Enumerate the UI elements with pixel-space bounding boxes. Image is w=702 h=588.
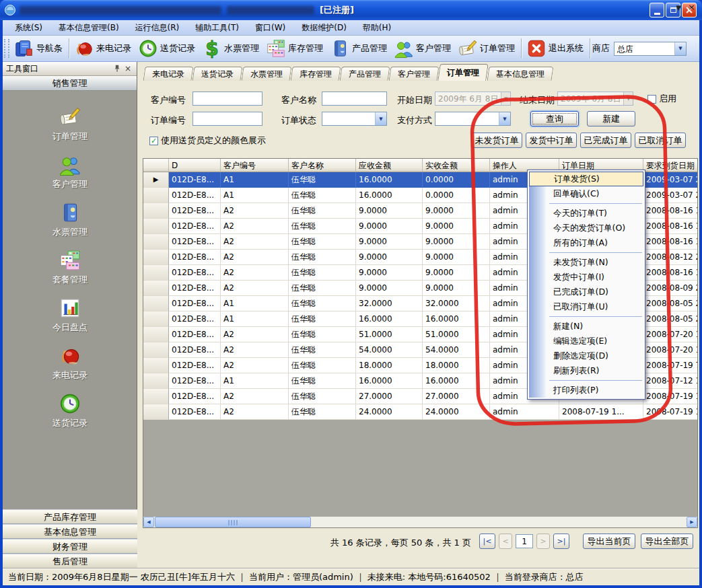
context-menu-item[interactable] — [529, 201, 643, 206]
tab-close-icon[interactable]: × — [688, 2, 695, 12]
context-menu-item[interactable]: 编辑选定项(E) — [529, 334, 643, 348]
toolbar-button[interactable]: 库存管理 — [263, 37, 327, 60]
toolbar-button[interactable]: 水票管理 — [199, 37, 263, 60]
row-selector-cell[interactable] — [143, 250, 169, 265]
table-cell[interactable]: 9.0000 — [423, 234, 490, 250]
toolbar-button[interactable]: 来电记录 — [71, 37, 135, 60]
table-cell[interactable]: 9.0000 — [356, 203, 423, 219]
table-header-cell[interactable]: 客户编号 — [221, 159, 289, 172]
order-status-filter-button[interactable]: 发货中订单 — [526, 133, 577, 148]
row-selector-cell[interactable]: ▶ — [143, 172, 169, 188]
table-cell[interactable]: 9.0000 — [356, 219, 423, 234]
row-selector-cell[interactable] — [143, 327, 169, 342]
context-menu-item[interactable]: 未发货订单(N) — [529, 255, 643, 270]
order-status-filter-button[interactable]: 已取消订单 — [635, 133, 686, 148]
menu-bar-item[interactable]: 数据维护(D) — [295, 21, 353, 35]
table-cell[interactable]: 24.0000 — [356, 404, 423, 420]
tab[interactable]: 订单管理 — [437, 64, 489, 81]
row-selector-cell[interactable] — [143, 203, 169, 219]
table-cell[interactable]: 012D-E8... — [169, 342, 221, 358]
table-cell[interactable]: 18.0000 — [423, 358, 490, 373]
table-cell[interactable]: A2 — [221, 281, 289, 296]
toolbar-button[interactable]: 产品管理 — [327, 37, 391, 60]
scroll-left-icon[interactable]: ◀ — [143, 517, 154, 527]
last-page-button[interactable]: >| — [553, 534, 569, 549]
table-cell[interactable]: 16.0000 — [356, 172, 423, 188]
row-selector-cell[interactable] — [143, 389, 169, 404]
table-cell[interactable]: 012D-E8... — [169, 188, 221, 203]
table-cell[interactable]: 2008-08-12 2... — [643, 250, 698, 265]
scrollbar-thumb[interactable] — [155, 517, 311, 527]
tab[interactable]: 基本信息管理 — [487, 67, 554, 81]
table-cell[interactable]: 2008-08-05 2... — [643, 296, 698, 311]
order-status-filter-button[interactable]: 未发货订单 — [471, 133, 522, 148]
table-cell[interactable]: 012D-E8... — [169, 172, 221, 188]
toolbar-button[interactable]: 送货记录 — [135, 37, 199, 60]
table-cell[interactable]: 012D-E8... — [169, 265, 221, 281]
row-selector-cell[interactable] — [143, 311, 169, 327]
table-cell[interactable]: 32.0000 — [423, 296, 490, 311]
sidebar-item[interactable]: 今日盘点 — [52, 297, 87, 334]
query-button[interactable]: 查询 — [530, 111, 579, 126]
table-cell[interactable]: 伍华聪 — [289, 311, 356, 327]
table-cell[interactable]: 012D-E8... — [169, 389, 221, 404]
sidebar-section-bar[interactable]: 产品库存管理 — [3, 509, 137, 524]
context-menu-item[interactable]: 今天的发货订单(O) — [529, 221, 643, 235]
table-cell[interactable]: 012D-E8... — [169, 373, 221, 389]
table-cell[interactable]: 2008-08-16 1... — [643, 234, 698, 250]
table-cell[interactable]: A1 — [221, 296, 289, 311]
table-cell[interactable]: 2008-07-19 1... — [643, 404, 698, 420]
menu-bar-item[interactable]: 帮助(H) — [356, 21, 398, 35]
table-cell[interactable]: A2 — [221, 219, 289, 234]
table-cell[interactable]: 2008-07-19 1... — [643, 389, 698, 404]
context-menu-item[interactable] — [529, 314, 643, 319]
context-menu-item[interactable] — [529, 378, 643, 383]
sidebar-item[interactable]: 客户管理 — [52, 153, 87, 190]
toolbar-grip[interactable] — [4, 39, 9, 58]
context-menu-item[interactable]: 打印列表(P) — [529, 383, 643, 398]
table-cell[interactable]: A2 — [221, 265, 289, 281]
table-cell[interactable]: 伍华聪 — [289, 188, 356, 203]
pay-method-select[interactable]: ▼ — [435, 112, 511, 126]
context-menu-item[interactable]: 发货中订单(I) — [529, 270, 643, 285]
table-cell[interactable]: A1 — [221, 172, 289, 188]
table-cell[interactable]: 2008-08-05 2... — [643, 311, 698, 327]
menu-bar-item[interactable]: 辅助工具(T) — [188, 21, 246, 35]
table-cell[interactable]: A1 — [221, 188, 289, 203]
sidebar-item[interactable]: 订单管理 — [52, 106, 87, 143]
table-cell[interactable]: 伍华聪 — [289, 203, 356, 219]
table-cell[interactable]: 伍华聪 — [289, 373, 356, 389]
table-header-cell[interactable]: 客户名称 — [289, 159, 356, 172]
table-cell[interactable]: 9.0000 — [423, 250, 490, 265]
table-cell[interactable]: 伍华聪 — [289, 265, 356, 281]
table-cell[interactable]: 2009-03-07 2... — [643, 188, 698, 203]
table-cell[interactable]: 16.0000 — [423, 311, 490, 327]
table-cell[interactable]: 012D-E8... — [169, 327, 221, 342]
end-date-picker[interactable]: 2009年 6月 8日 ▼ — [557, 91, 633, 106]
table-cell[interactable]: 012D-E8... — [169, 250, 221, 265]
row-selector-cell[interactable] — [143, 234, 169, 250]
table-cell[interactable]: 9.0000 — [423, 265, 490, 281]
table-cell[interactable]: 伍华聪 — [289, 234, 356, 250]
table-cell[interactable]: A2 — [221, 234, 289, 250]
table-cell[interactable]: 伍华聪 — [289, 389, 356, 404]
customer-name-input[interactable] — [322, 91, 387, 106]
table-row[interactable]: 012D-E8...A2伍华聪24.000024.0000admin2008-0… — [143, 404, 697, 420]
sidebar-section-sales[interactable]: 销售管理 — [3, 76, 137, 91]
table-cell[interactable]: 伍华聪 — [289, 327, 356, 342]
tab[interactable]: 库存管理 — [291, 67, 341, 81]
table-cell[interactable]: 2008-07-19 1... — [559, 404, 643, 420]
sidebar-item[interactable]: 套餐管理 — [52, 249, 87, 286]
table-cell[interactable]: 54.0000 — [356, 342, 423, 358]
table-cell[interactable]: 012D-E8... — [169, 296, 221, 311]
table-cell[interactable]: A2 — [221, 389, 289, 404]
tab[interactable]: 产品管理 — [340, 67, 390, 81]
table-cell[interactable]: 2008-07-19 7:59 — [643, 358, 698, 373]
menu-bar-item[interactable]: 运行信息(R) — [129, 21, 186, 35]
context-menu-item[interactable]: 今天的订单(T) — [529, 206, 643, 221]
table-cell[interactable]: 伍华聪 — [289, 358, 356, 373]
row-selector-cell[interactable] — [143, 296, 169, 311]
row-selector-cell[interactable] — [143, 281, 169, 296]
tab[interactable]: 送货记录 — [192, 67, 243, 81]
toolbar-button[interactable]: 退出系统 — [524, 37, 588, 60]
